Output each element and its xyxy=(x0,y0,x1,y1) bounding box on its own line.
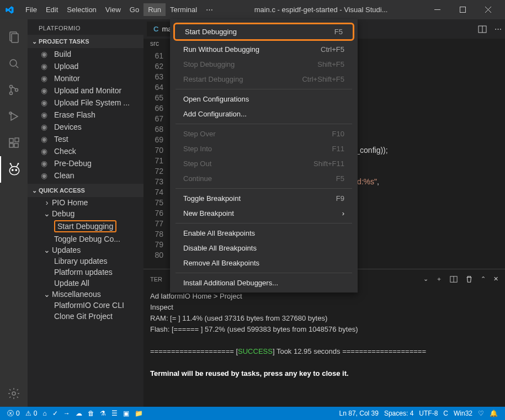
tree-label: PIO Home xyxy=(52,198,88,207)
menu-disable-all-breakpoints[interactable]: Disable All Breakpoints xyxy=(170,241,358,256)
status-bell-icon[interactable]: 🔔 xyxy=(487,410,501,417)
extensions-icon[interactable] xyxy=(0,130,28,156)
task-clean[interactable]: ◉Clean xyxy=(28,169,143,182)
status-build-icon[interactable]: ✓ xyxy=(50,410,61,417)
tree-label: Toggle Debug Co... xyxy=(54,235,120,243)
menu-file[interactable]: File xyxy=(21,3,41,16)
status-encoding[interactable]: UTF-8 xyxy=(416,410,440,417)
status-os[interactable]: Win32 xyxy=(451,410,475,417)
menu-label: Open Configurations xyxy=(183,95,249,103)
task-check[interactable]: ◉Check xyxy=(28,145,143,157)
settings-gear-icon[interactable] xyxy=(0,380,28,407)
status-serial-icon[interactable]: ☰ xyxy=(109,410,120,417)
status-test-icon[interactable]: ⚗ xyxy=(97,410,109,417)
split-editor-icon[interactable] xyxy=(478,25,487,34)
tree-label: Updates xyxy=(52,246,81,254)
task-upload[interactable]: ◉Upload xyxy=(28,60,143,72)
minimize-button[interactable] xyxy=(424,0,450,19)
menu-go[interactable]: Go xyxy=(125,3,143,16)
maximize-panel-icon[interactable]: ⌃ xyxy=(481,275,486,283)
menu-toggle-breakpoint[interactable]: Toggle BreakpointF9 xyxy=(170,191,358,206)
menu-open-configurations[interactable]: Open Configurations xyxy=(170,92,358,107)
menu-separator xyxy=(176,223,352,224)
menu-terminal[interactable]: Terminal xyxy=(166,3,201,16)
menu-enable-all-breakpoints[interactable]: Enable All Breakpoints xyxy=(170,226,358,241)
menu-edit[interactable]: Edit xyxy=(41,3,62,16)
task-erase-flash[interactable]: ◉Erase Flash xyxy=(28,109,143,121)
status-cursor-position[interactable]: Ln 87, Col 39 xyxy=(337,410,381,417)
tree-toggle-debug[interactable]: Toggle Debug Co... xyxy=(28,233,143,244)
tree-clone-git[interactable]: Clone Git Project xyxy=(28,311,143,322)
source-control-icon[interactable] xyxy=(0,77,28,103)
menu-add-configuration[interactable]: Add Configuration... xyxy=(170,107,358,121)
task-label: Build xyxy=(54,50,71,59)
task-upload-fs[interactable]: ◉Upload File System ... xyxy=(28,97,143,109)
more-actions-icon[interactable]: ⋯ xyxy=(495,25,502,34)
platformio-icon[interactable] xyxy=(0,156,28,183)
tree-label: Clone Git Project xyxy=(54,312,113,321)
chevron-right-icon: › xyxy=(342,209,344,217)
status-errors[interactable]: ⓧ0 xyxy=(4,409,23,418)
tree-updates[interactable]: ⌄Updates xyxy=(28,244,143,256)
task-label: Upload File System ... xyxy=(54,98,130,107)
kill-terminal-icon[interactable] xyxy=(465,275,473,283)
menu-step-over: Step OverF10 xyxy=(170,126,358,141)
tree-label: Update All xyxy=(54,279,89,288)
project-tasks-header[interactable]: ⌄ PROJECT TASKS xyxy=(28,35,143,48)
warning-count: 0 xyxy=(34,410,38,417)
panel-tab-terminal[interactable]: TER xyxy=(150,276,162,283)
tree-misc[interactable]: ⌄Miscellaneous xyxy=(28,289,143,300)
menu-view[interactable]: View xyxy=(101,3,125,16)
close-panel-icon[interactable]: ✕ xyxy=(493,275,498,283)
status-remote-icon[interactable]: ☁ xyxy=(73,410,85,417)
menu-new-breakpoint[interactable]: New Breakpoint› xyxy=(170,206,358,221)
task-upload-monitor[interactable]: ◉Upload and Monitor xyxy=(28,84,143,97)
tree-label: Library updates xyxy=(54,257,108,265)
menu-remove-all-breakpoints[interactable]: Remove All Breakpoints xyxy=(170,256,358,270)
menu-selection[interactable]: Selection xyxy=(62,3,100,16)
status-terminal-icon[interactable]: ▣ xyxy=(120,410,132,417)
menu-shortcut: Ctrl+F5 xyxy=(321,45,344,54)
terminal-dropdown-icon[interactable]: ⌄ xyxy=(423,275,428,283)
tree-update-all[interactable]: Update All xyxy=(28,278,143,289)
new-terminal-icon[interactable]: ＋ xyxy=(436,275,442,283)
status-indentation[interactable]: Spaces: 4 xyxy=(381,410,416,417)
menu-run-without-debugging[interactable]: Run Without DebuggingCtrl+F5 xyxy=(170,42,358,57)
tree-pio-cli[interactable]: PlatformIO Core CLI xyxy=(28,300,143,311)
tree-platform-updates[interactable]: Platform updates xyxy=(28,267,143,278)
task-predebug[interactable]: ◉Pre-Debug xyxy=(28,157,143,169)
explorer-icon[interactable] xyxy=(0,24,28,50)
split-terminal-icon[interactable] xyxy=(450,275,458,283)
menu-label: Enable All Breakpoints xyxy=(183,229,255,237)
task-build[interactable]: ◉Build xyxy=(28,48,143,60)
task-devices[interactable]: ◉Devices xyxy=(28,121,143,133)
search-icon[interactable] xyxy=(0,50,28,77)
tree-debug[interactable]: ⌄Debug xyxy=(28,208,143,219)
run-icon: ◉ xyxy=(40,171,49,180)
menu-overflow-icon[interactable]: ⋯ xyxy=(201,3,217,16)
tree-library-updates[interactable]: Library updates xyxy=(28,256,143,267)
status-feedback-icon[interactable]: ♡ xyxy=(475,410,487,417)
close-button[interactable] xyxy=(475,0,501,19)
menu-shortcut: Shift+F5 xyxy=(317,60,344,68)
tree-start-debugging[interactable]: Start Debugging xyxy=(28,219,143,233)
quick-access-header[interactable]: ⌄ QUICK ACCESS xyxy=(28,184,143,197)
status-warnings[interactable]: ⚠0 xyxy=(23,410,40,417)
task-monitor[interactable]: ◉Monitor xyxy=(28,72,143,84)
status-clean-icon[interactable]: 🗑 xyxy=(85,410,97,417)
status-upload-icon[interactable]: → xyxy=(61,410,73,417)
error-icon: ⓧ xyxy=(7,409,14,418)
task-test[interactable]: ◉Test xyxy=(28,133,143,145)
menu-install-debuggers[interactable]: Install Additional Debuggers... xyxy=(170,275,358,290)
menu-run[interactable]: Run xyxy=(143,3,166,16)
menu-label: Toggle Breakpoint xyxy=(183,194,241,203)
status-language[interactable]: C xyxy=(440,410,451,417)
menu-start-debugging[interactable]: Start DebuggingF5 xyxy=(175,24,353,39)
terminal-output[interactable]: Ad latformIO Home > ProjectInspectRAM: [… xyxy=(143,289,505,407)
run-debug-icon[interactable] xyxy=(0,103,28,130)
maximize-button[interactable] xyxy=(450,0,475,19)
menu-shortcut: F10 xyxy=(332,130,344,138)
status-env-icon[interactable]: 📁 xyxy=(132,410,146,417)
status-home-icon[interactable]: ⌂ xyxy=(40,410,49,417)
tree-pio-home[interactable]: ›PIO Home xyxy=(28,197,143,208)
